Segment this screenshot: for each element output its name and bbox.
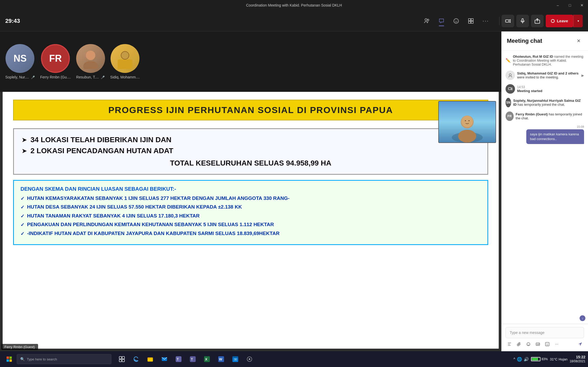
msg3-text: Meeting started xyxy=(517,89,542,93)
chat-message-6: 15:08 saya ijin matikan kamera karena ba… xyxy=(506,125,584,144)
word-btn[interactable]: W xyxy=(214,352,228,366)
svg-text:X: X xyxy=(205,357,207,361)
task-view-btn[interactable] xyxy=(115,352,129,366)
slide-detail-box: DENGAN SKEMA DAN RINCIAN LUASAN SEBAGAI … xyxy=(13,180,488,245)
more-btn[interactable]: ··· xyxy=(479,15,492,27)
svg-rect-36 xyxy=(9,357,12,359)
mail-btn[interactable] xyxy=(158,352,171,366)
video-toggle-btn[interactable] xyxy=(502,15,514,27)
battery-indicator[interactable]: 83% xyxy=(531,357,548,361)
expand-icon[interactable]: ▶ xyxy=(581,73,584,77)
svg-point-24 xyxy=(469,120,470,121)
network-icon[interactable]: 🌐 xyxy=(517,357,522,362)
check-icon-3: ✓ xyxy=(20,222,24,228)
participant-fr-name: Ferry Rmbn (Gu.... xyxy=(40,75,71,79)
send-btn[interactable] xyxy=(576,340,584,348)
format-btn[interactable] xyxy=(506,340,513,348)
start-button[interactable] xyxy=(3,353,16,366)
presentation-area: NS Soplely, Nur.... 🎤 FR Ferry Rmbn (Gu.… xyxy=(0,31,501,351)
close-btn[interactable]: ✕ xyxy=(576,0,588,10)
battery-percentage: 83% xyxy=(542,357,548,361)
svg-rect-9 xyxy=(506,20,509,22)
participant-fr-avatar: FR xyxy=(41,44,70,73)
chat-input-placeholder: Type a new message xyxy=(510,331,544,335)
call-controls: Leave ▾ xyxy=(502,15,583,27)
svg-rect-8 xyxy=(471,21,473,23)
arrow-icon-2: ➤ xyxy=(22,148,27,155)
svg-rect-35 xyxy=(7,357,9,359)
scroll-down-indicator[interactable]: ↓ xyxy=(580,315,585,321)
search-icon: 🔍 xyxy=(20,357,25,361)
participant-re: Resubun, T.... 🎤 xyxy=(76,44,105,79)
svg-point-2 xyxy=(454,19,459,23)
weather-info: 31°C Hujan xyxy=(550,357,568,361)
explorer-btn[interactable] xyxy=(143,352,157,366)
excel-btn[interactable]: X xyxy=(200,352,214,366)
chat-title: Meeting chat xyxy=(507,38,542,44)
slide-main-box: ➤ 34 LOKASI TELAH DIBERIKAN IJIN DAN ➤ 2… xyxy=(13,128,488,175)
mute-toggle-btn[interactable] xyxy=(516,15,529,27)
svg-rect-44 xyxy=(148,358,150,359)
edge-btn[interactable] xyxy=(129,352,143,366)
view-btn[interactable] xyxy=(465,15,477,27)
msg1-sender: Ohoiwutun, Rut M GIZ ID xyxy=(513,55,553,58)
svg-point-13 xyxy=(86,51,95,60)
leave-dropdown-btn[interactable]: ▾ xyxy=(573,15,583,27)
chat-close-btn[interactable]: ✕ xyxy=(574,37,583,45)
chevron-up-icon[interactable]: ^ xyxy=(513,357,515,361)
slide-detail-item-1: ✓ HUTAN DESA SEBANYAK 24 IJIN SELUAS 57.… xyxy=(20,204,481,210)
chat-btn[interactable] xyxy=(435,15,448,27)
svg-point-21 xyxy=(458,130,476,142)
slide-content: PROGRESS IJIN PERHUTANAN SOSIAL DI PROVI… xyxy=(3,92,499,349)
volume-icon[interactable]: 🔊 xyxy=(524,357,529,362)
soplely-avatar: SN xyxy=(506,98,511,107)
participants-bar: NS Soplely, Nur.... 🎤 FR Ferry Rmbn (Gu.… xyxy=(0,31,501,92)
guest-label: Ferry Rmbn (Guest) xyxy=(1,344,38,350)
tools-btn[interactable] xyxy=(243,352,256,366)
svg-rect-26 xyxy=(508,88,511,90)
svg-rect-10 xyxy=(522,18,524,21)
share-content-btn[interactable] xyxy=(531,15,544,27)
participants-btn[interactable] xyxy=(420,15,433,27)
top-toolbar: 29:43 xyxy=(0,10,588,31)
emoji-btn[interactable] xyxy=(524,340,532,348)
svg-rect-6 xyxy=(471,19,473,21)
participant-si: Sidiq, Mohamm.... xyxy=(110,44,140,79)
slide-title-box: PROGRESS IJIN PERHUTANAN SOSIAL DI PROVI… xyxy=(13,100,488,120)
svg-rect-39 xyxy=(119,357,122,359)
participant-si-avatar xyxy=(111,44,139,73)
msg2-text: Sidiq, Mohammad GIZ ID and 2 others were… xyxy=(517,71,579,79)
attach-btn[interactable] xyxy=(515,340,523,348)
svg-rect-41 xyxy=(119,359,122,362)
svg-rect-42 xyxy=(122,359,124,362)
minimize-btn[interactable]: – xyxy=(552,0,564,10)
chat-header: Meeting chat ✕ xyxy=(502,31,588,51)
maximize-btn[interactable]: □ xyxy=(564,0,576,10)
chat-input[interactable]: Type a new message xyxy=(506,327,584,338)
sticker-btn[interactable] xyxy=(543,340,551,348)
teams2-app-btn[interactable]: T xyxy=(186,352,200,366)
chat-input-toolbar: GIF ··· xyxy=(506,340,584,348)
svg-point-34 xyxy=(548,343,548,344)
edit-pencil-icon: ✏️ xyxy=(506,58,511,63)
more-chat-btn[interactable]: ··· xyxy=(553,340,561,348)
invite-icon xyxy=(506,71,515,80)
leave-button[interactable]: Leave xyxy=(546,15,573,27)
check-icon-0: ✓ xyxy=(20,196,24,202)
calendar-btn[interactable]: 30 xyxy=(228,352,242,366)
participant-fr: FR Ferry Rmbn (Gu.... xyxy=(40,44,71,79)
msg5-text: Ferry Rmbn (Guest) has temporarily joine… xyxy=(516,112,582,120)
chat-messages: ✏️ Ohoiwutun, Rut M GIZ ID named the mee… xyxy=(502,51,588,324)
svg-point-17 xyxy=(121,52,129,59)
gif-btn[interactable]: GIF xyxy=(534,340,542,348)
reactions-btn[interactable] xyxy=(450,15,462,27)
taskbar-search[interactable]: 🔍 Type here to search xyxy=(17,354,111,364)
main-content: NS Soplely, Nur.... 🎤 FR Ferry Rmbn (Gu.… xyxy=(0,31,588,351)
chat-message-5: FR Ferry Rmbn (Guest) has temporarily jo… xyxy=(506,111,584,121)
check-icon-2: ✓ xyxy=(20,213,24,219)
slide-detail-item-2: ✓ HUTAN TANAMAN RAKYAT SEBANYAK 4 IJIN S… xyxy=(20,213,481,219)
slide-main-item-2: ➤ 2 LOKASI PENCADANGAN HUTAN ADAT xyxy=(22,147,480,155)
teams-app-btn[interactable]: T xyxy=(172,352,185,366)
svg-point-22 xyxy=(461,116,473,127)
msg4-text: Soplely, Nurjannahtul Hurriyah Salma GIZ… xyxy=(513,99,581,107)
